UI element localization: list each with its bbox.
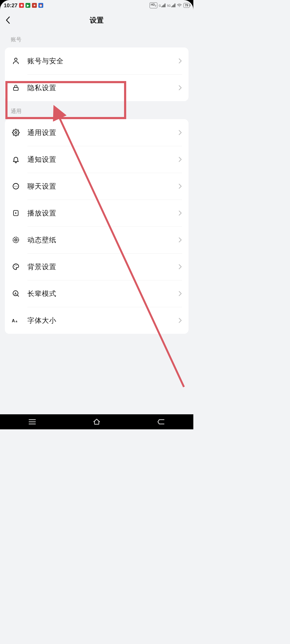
svg-line-16 <box>17 295 19 297</box>
carrier-icon: ✱ <box>19 3 24 8</box>
svg-text:A: A <box>15 292 17 295</box>
item-elder-mode[interactable]: A 长辈模式 <box>5 280 189 307</box>
play-icon <box>11 209 20 217</box>
page-title: 设置 <box>0 16 193 25</box>
svg-text:a: a <box>16 320 17 323</box>
item-background-settings[interactable]: 背景设置 <box>5 253 189 280</box>
chevron-right-icon <box>178 237 182 243</box>
svg-point-5 <box>14 186 15 186</box>
item-notification-settings[interactable]: 通知设置 <box>5 146 189 173</box>
item-label: 隐私设置 <box>27 83 56 93</box>
item-general-settings[interactable]: 通用设置 <box>5 119 189 146</box>
svg-point-14 <box>16 265 17 266</box>
item-label: 播放设置 <box>27 208 56 218</box>
signal-2: 5G <box>167 3 175 7</box>
svg-point-1 <box>15 58 17 61</box>
item-label: 动态壁纸 <box>27 235 56 245</box>
section-header-account: 账号 <box>0 30 193 47</box>
status-time: 10:27 <box>4 2 17 9</box>
chevron-right-icon <box>178 291 182 297</box>
item-label: 账号与安全 <box>27 56 64 66</box>
svg-point-7 <box>17 186 17 186</box>
palette-icon <box>11 263 20 270</box>
item-label: 长辈模式 <box>27 289 56 298</box>
chevron-right-icon <box>178 210 182 216</box>
item-privacy-settings[interactable]: 隐私设置 <box>5 74 189 101</box>
chevron-right-icon <box>178 264 182 270</box>
section-header-general: 通用 <box>0 101 193 119</box>
battery-indicator: 79 <box>183 3 190 8</box>
wifi-icon <box>177 3 182 7</box>
hd-badge: HD2 <box>150 2 157 8</box>
status-bar: 10:27 ✱ ▶ ✴ ⏰ HD2 G 5G 79 <box>0 0 193 11</box>
bell-icon <box>11 156 20 163</box>
chevron-right-icon <box>178 85 182 91</box>
item-chat-settings[interactable]: 聊天设置 <box>5 173 189 200</box>
chevron-right-icon <box>178 58 182 64</box>
item-playback-settings[interactable]: 播放设置 <box>5 200 189 226</box>
item-label: 字体大小 <box>27 316 56 325</box>
item-label: 聊天设置 <box>27 182 56 191</box>
alarm-icon: ⏰ <box>38 3 43 8</box>
chevron-left-icon <box>5 16 11 24</box>
gear-icon <box>11 129 20 136</box>
system-nav-bar <box>0 414 193 429</box>
lock-icon <box>11 84 20 92</box>
svg-text:A: A <box>12 319 15 323</box>
status-left: 10:27 ✱ ▶ ✴ ⏰ <box>4 2 43 9</box>
chevron-right-icon <box>178 130 182 136</box>
chevron-right-icon <box>178 156 182 162</box>
status-right: HD2 G 5G 79 <box>150 2 190 8</box>
app-tray-icon: ✴ <box>32 3 37 8</box>
item-label: 通用设置 <box>27 128 56 137</box>
item-label: 背景设置 <box>27 262 56 272</box>
svg-point-0 <box>179 6 179 7</box>
signal-1: G <box>159 3 166 7</box>
chevron-right-icon <box>178 183 182 189</box>
item-account-security[interactable]: 账号与安全 <box>5 47 189 74</box>
chat-icon <box>11 182 20 190</box>
nav-home-button[interactable] <box>86 416 107 427</box>
target-icon <box>11 236 20 244</box>
chevron-right-icon <box>178 317 182 323</box>
magnify-a-icon: A <box>11 290 20 297</box>
svg-rect-2 <box>13 87 18 90</box>
app-header: 设置 <box>0 11 193 30</box>
item-label: 通知设置 <box>27 155 56 164</box>
svg-point-12 <box>14 266 15 267</box>
svg-point-11 <box>15 239 16 240</box>
item-live-wallpaper[interactable]: 动态壁纸 <box>5 226 189 253</box>
font-size-icon: Aa <box>11 317 20 324</box>
nav-recent-button[interactable] <box>21 416 43 427</box>
svg-point-6 <box>16 186 16 186</box>
card-general: 通用设置 通知设置 聊天设置 播放设置 <box>5 119 189 334</box>
person-icon <box>11 57 20 65</box>
item-font-size[interactable]: Aa 字体大小 <box>5 307 189 334</box>
back-button[interactable] <box>0 11 16 30</box>
svg-point-3 <box>15 132 17 134</box>
svg-point-13 <box>15 265 16 266</box>
card-account: 账号与安全 隐私设置 <box>5 47 189 101</box>
video-app-icon: ▶ <box>26 3 30 8</box>
nav-back-button[interactable] <box>150 416 172 427</box>
